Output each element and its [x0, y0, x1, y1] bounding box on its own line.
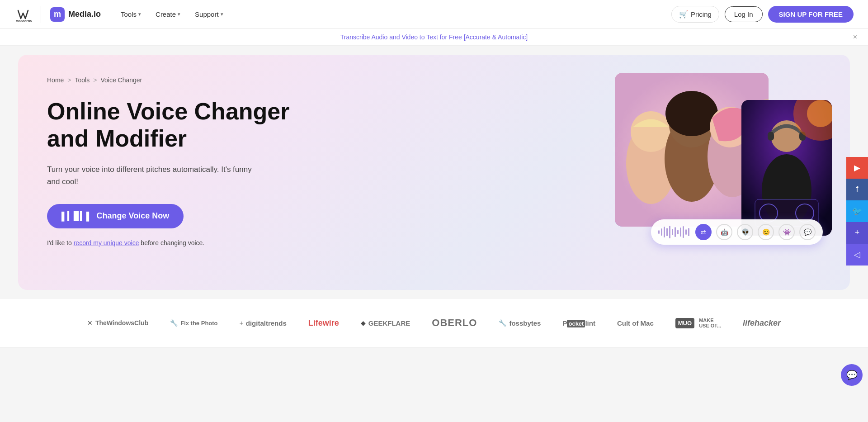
wave-bar: [661, 228, 662, 236]
record-text: I'd like to record my unique voice befor…: [47, 239, 318, 247]
waveform-icon: ▌▎▊▎▌: [61, 211, 92, 221]
navbar-left: wondershare m Media.io Tools ▾ Create ▾ …: [14, 6, 229, 23]
support-menu[interactable]: Support ▾: [189, 7, 229, 22]
alien-button[interactable]: 👽: [737, 224, 753, 240]
monster-button[interactable]: 👾: [778, 224, 795, 240]
record-link[interactable]: record my unique voice: [74, 239, 139, 247]
voice-toolbar: ⇄ 🤖 👽 😊 👾 💬: [651, 219, 823, 245]
hero-section: Home > Tools > Voice Changer Online Voic…: [18, 55, 850, 290]
svg-rect-17: [768, 132, 774, 141]
geekflare-icon: ◆: [361, 319, 366, 327]
media-icon: m: [50, 7, 65, 22]
banner-close-button[interactable]: ×: [853, 33, 857, 41]
breadcrumb-tools[interactable]: Tools: [75, 76, 90, 84]
makeuseof-text: MUO: [675, 318, 694, 328]
wave-bar: [658, 230, 660, 234]
footer-area: [0, 347, 868, 365]
fixthephoto-text: Fix the Photo: [180, 320, 217, 327]
wave-bar: [669, 226, 670, 238]
digitaltrends-text: digitaltrends: [246, 319, 287, 327]
logo-digitaltrends: + digitaltrends: [240, 319, 287, 327]
pocketlint-text: Pocketlint: [562, 319, 595, 327]
create-menu[interactable]: Create ▾: [150, 7, 186, 22]
oberlo-text: OBERLO: [432, 317, 477, 329]
logos-section: ✕ TheWindowsClub 🔧 Fix the Photo + digit…: [0, 299, 868, 347]
tools-menu[interactable]: Tools ▾: [115, 7, 146, 22]
thewindowsclub-text: TheWindowsClub: [95, 319, 148, 327]
top-banner: Transcribe Audio and Video to Text for F…: [0, 29, 868, 46]
breadcrumb-sep1: >: [67, 76, 71, 84]
swap-button[interactable]: ⇄: [695, 224, 712, 240]
logo-geekflare: ◆ GEEKFLARE: [361, 319, 410, 327]
pricing-button[interactable]: 🛒 Pricing: [671, 6, 719, 23]
support-chevron-icon: ▾: [221, 11, 223, 17]
voice-waveform: [658, 226, 691, 238]
lifewire-text: Lifewire: [308, 318, 339, 328]
hero-images: ⇄ 🤖 👽 😊 👾 💬: [615, 73, 832, 272]
cart-icon: 🛒: [679, 10, 688, 19]
message-button[interactable]: 💬: [799, 224, 816, 240]
twitter-social-button[interactable]: 🐦: [846, 200, 868, 222]
page-title: Online Voice Changer and Modifier: [47, 98, 318, 152]
hero-content: Home > Tools > Voice Changer Online Voic…: [47, 76, 318, 247]
wondershare-icon: wondershare: [14, 6, 32, 23]
add-social-button[interactable]: +: [846, 222, 868, 244]
wave-bar: [688, 228, 689, 236]
navbar-right: 🛒 Pricing Log In SIGN UP FOR FREE: [671, 6, 854, 23]
presentation-social-button[interactable]: ▶: [846, 157, 868, 179]
fossbytes-icon: 🔧: [499, 319, 506, 327]
side-social: ▶ f 🐦 + ◁: [846, 157, 868, 266]
facebook-social-button[interactable]: f: [846, 179, 868, 200]
svg-text:wondershare: wondershare: [16, 19, 32, 23]
dj-photo: [741, 100, 832, 236]
create-chevron-icon: ▾: [178, 11, 180, 17]
logo-oberlo: OBERLO: [432, 317, 477, 329]
wave-bar: [666, 228, 668, 236]
hero-description: Turn your voice into different pitches a…: [47, 163, 264, 188]
thewindowsclub-icon: ✕: [87, 319, 93, 327]
wave-bar: [675, 227, 676, 237]
child-button[interactable]: 😊: [758, 224, 774, 240]
logo-lifewire: Lifewire: [308, 318, 339, 328]
cultofmac-text: Cult of Mac: [617, 319, 654, 327]
nav-links: Tools ▾ Create ▾ Support ▾: [115, 7, 229, 22]
login-button[interactable]: Log In: [725, 6, 763, 22]
logo-thewindowsclub: ✕ TheWindowsClub: [87, 319, 148, 327]
logo-fossbytes: 🔧 fossbytes: [499, 319, 541, 327]
breadcrumb: Home > Tools > Voice Changer: [47, 76, 318, 84]
breadcrumb-current: Voice Changer: [100, 76, 142, 84]
wave-bar: [664, 227, 665, 237]
makeuseof-label: MAKEUSE OF...: [699, 318, 721, 328]
share-social-button[interactable]: ◁: [846, 244, 868, 266]
wondershare-logo: wondershare: [14, 6, 41, 23]
breadcrumb-home[interactable]: Home: [47, 76, 64, 84]
logo-makeuseof: MUO MAKEUSE OF...: [675, 318, 721, 328]
robot-button[interactable]: 🤖: [716, 224, 732, 240]
tools-chevron-icon: ▾: [138, 11, 141, 17]
fixthephoto-icon: 🔧: [170, 319, 178, 327]
dj-svg: [741, 100, 832, 236]
breadcrumb-sep2: >: [93, 76, 97, 84]
digitaltrends-icon: +: [240, 319, 243, 327]
logo-cultofmac: Cult of Mac: [617, 319, 654, 327]
banner-link[interactable]: Transcribe Audio and Video to Text for F…: [340, 33, 528, 41]
change-voice-button[interactable]: ▌▎▊▎▌ Change Voice Now: [47, 204, 184, 228]
hero-secondary-image: [741, 100, 832, 236]
geekflare-text: GEEKFLARE: [368, 319, 410, 327]
media-name: Media.io: [68, 9, 101, 19]
media-logo[interactable]: m Media.io: [41, 7, 101, 22]
svg-point-4: [631, 111, 671, 152]
logo-pocketlint: Pocketlint: [562, 319, 595, 327]
navbar: wondershare m Media.io Tools ▾ Create ▾ …: [0, 0, 868, 29]
wave-bar: [680, 228, 681, 237]
wave-bar: [672, 229, 673, 235]
logo-fixthephoto: 🔧 Fix the Photo: [170, 319, 217, 327]
fossbytes-text: fossbytes: [509, 319, 541, 327]
signup-button[interactable]: SIGN UP FOR FREE: [768, 6, 854, 23]
wave-bar: [677, 230, 679, 234]
wave-bar: [683, 226, 684, 238]
logo-lifehacker: lifehacker: [743, 318, 781, 328]
lifehacker-text: lifehacker: [743, 318, 781, 328]
wave-bar: [685, 229, 687, 235]
